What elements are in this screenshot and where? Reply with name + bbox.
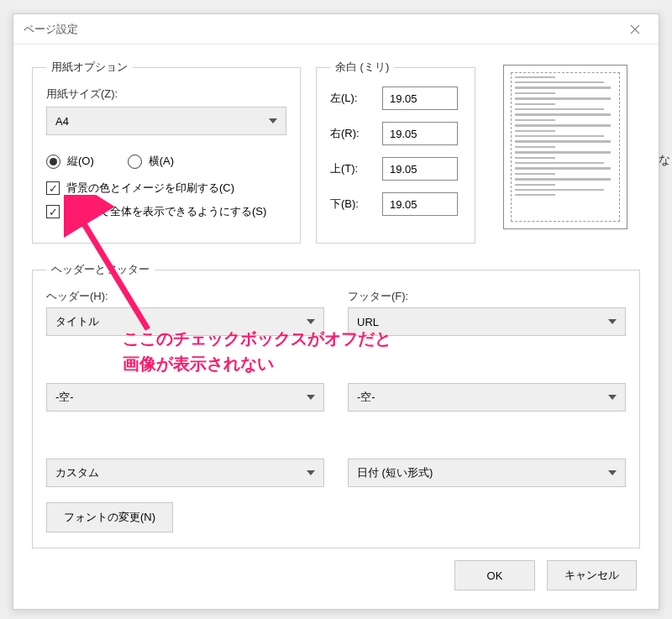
footer-value-2: -空- <box>357 390 375 405</box>
checkbox-icon <box>46 205 60 218</box>
margin-left-label: 左(L): <box>330 91 374 106</box>
close-icon <box>630 24 640 34</box>
header-value-1: タイトル <box>55 314 99 329</box>
checkbox-icon <box>46 181 60 195</box>
page-setup-dialog: ページ設定 用紙オプション 用紙サイズ(Z): A4 縦(O) <box>13 13 659 610</box>
margins-group: 余白 (ミリ) 左(L): 右(R): 上(T): 下(B): <box>316 60 475 244</box>
header-value-2: -空- <box>55 390 74 405</box>
margin-right-label: 右(R): <box>330 126 374 141</box>
orientation-landscape-radio[interactable]: 横(A) <box>128 154 174 169</box>
footer-select-1[interactable]: URL <box>348 307 626 336</box>
margin-top-input[interactable] <box>382 157 458 181</box>
orientation-landscape-label: 横(A) <box>149 154 174 169</box>
change-font-button[interactable]: フォントの変更(N) <box>46 502 173 532</box>
footer-value-3: 日付 (短い形式) <box>357 465 433 480</box>
header-label: ヘッダー(H): <box>46 289 324 304</box>
paper-size-label: 用紙サイズ(Z): <box>46 87 286 102</box>
page-preview <box>503 65 627 229</box>
margin-bottom-input[interactable] <box>382 192 458 216</box>
paper-options-legend: 用紙オプション <box>46 60 133 75</box>
paper-size-select[interactable]: A4 <box>46 107 286 135</box>
margin-left-input[interactable] <box>382 87 458 110</box>
titlebar: ページ設定 <box>13 14 659 45</box>
header-select-3[interactable]: カスタム <box>46 459 324 487</box>
background-text: な <box>659 153 670 168</box>
margins-legend: 余白 (ミリ) <box>330 60 394 75</box>
margin-right-input[interactable] <box>382 122 458 145</box>
print-background-label: 背景の色とイメージを印刷する(C) <box>66 181 234 196</box>
radio-icon <box>128 155 142 169</box>
shrink-to-fit-label: 縮小して全体を表示できるようにする(S) <box>66 204 266 219</box>
radio-icon <box>46 155 60 169</box>
paper-options-group: 用紙オプション 用紙サイズ(Z): A4 縦(O) 横(A) <box>32 60 301 244</box>
margin-bottom-label: 下(B): <box>330 197 374 212</box>
footer-value-1: URL <box>357 316 379 328</box>
header-select-2[interactable]: -空- <box>46 383 324 412</box>
ok-button[interactable]: OK <box>454 560 535 590</box>
header-select-1[interactable]: タイトル <box>46 307 324 336</box>
orientation-portrait-label: 縦(O) <box>67 154 94 169</box>
shrink-to-fit-checkbox[interactable]: 縮小して全体を表示できるようにする(S) <box>46 204 286 219</box>
margin-top-label: 上(T): <box>330 161 374 176</box>
cancel-label: キャンセル <box>564 568 619 583</box>
footer-label: フッター(F): <box>348 289 626 304</box>
orientation-portrait-radio[interactable]: 縦(O) <box>46 154 94 169</box>
print-background-checkbox[interactable]: 背景の色とイメージを印刷する(C) <box>46 181 286 196</box>
paper-size-value: A4 <box>55 115 69 128</box>
header-footer-legend: ヘッダーとフッター <box>46 262 155 277</box>
dialog-title: ページ設定 <box>24 22 622 37</box>
ok-label: OK <box>487 569 503 582</box>
close-button[interactable] <box>622 19 648 39</box>
header-footer-group: ヘッダーとフッター ヘッダー(H): タイトル フッター(F): URL -空-… <box>32 262 640 548</box>
header-value-3: カスタム <box>55 465 99 480</box>
footer-select-3[interactable]: 日付 (短い形式) <box>348 459 626 487</box>
cancel-button[interactable]: キャンセル <box>547 560 637 590</box>
change-font-label: フォントの変更(N) <box>64 510 155 525</box>
footer-select-2[interactable]: -空- <box>348 383 626 412</box>
